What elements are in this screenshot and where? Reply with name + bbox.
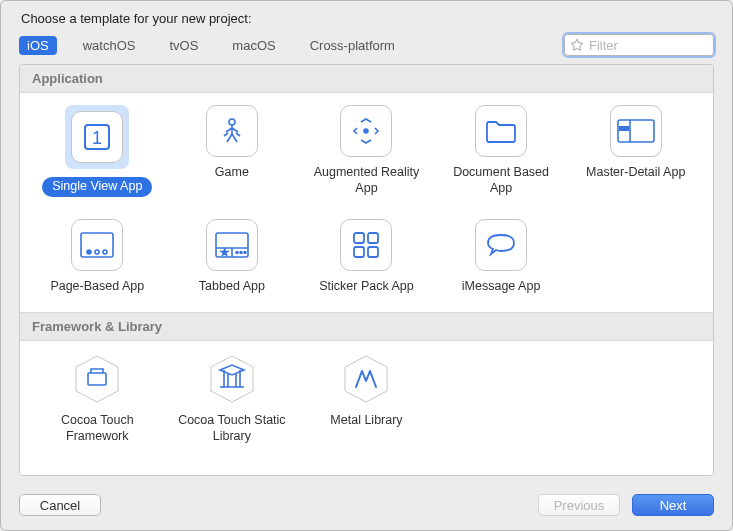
template-grid-framework: Cocoa Touch Framework Cocoa Touch Static… xyxy=(30,353,703,444)
search-field-wrap xyxy=(564,34,714,56)
single-view-icon: 1 xyxy=(71,111,123,163)
tab-ios[interactable]: iOS xyxy=(19,36,57,55)
svg-line-9 xyxy=(236,133,240,136)
tab-macos[interactable]: macOS xyxy=(224,36,283,55)
template-cocoa-touch-static-library[interactable]: Cocoa Touch Static Library xyxy=(165,353,300,444)
svg-rect-25 xyxy=(354,233,364,243)
section-header-framework: Framework & Library xyxy=(20,313,713,340)
template-label: Game xyxy=(215,165,249,181)
next-button[interactable]: Next xyxy=(632,494,714,516)
svg-point-24 xyxy=(244,251,246,253)
tab-watchos[interactable]: watchOS xyxy=(75,36,144,55)
svg-rect-13 xyxy=(619,126,629,131)
template-single-view-app[interactable]: 1 Single View App xyxy=(30,105,165,197)
template-page-based-app[interactable]: Page-Based App xyxy=(30,219,165,295)
template-master-detail-app[interactable]: Master-Detail App xyxy=(568,105,703,197)
svg-point-2 xyxy=(229,119,235,125)
svg-rect-26 xyxy=(368,233,378,243)
template-label: Cocoa Touch Static Library xyxy=(172,413,292,444)
template-label: Page-Based App xyxy=(50,279,144,295)
svg-point-16 xyxy=(95,250,99,254)
sticker-icon xyxy=(340,219,392,271)
section-body-application: 1 Single View App Game Augmented Reali xyxy=(20,92,713,313)
template-list: Application 1 Single View App Game xyxy=(19,64,714,476)
ar-icon xyxy=(340,105,392,157)
svg-point-17 xyxy=(103,250,107,254)
template-imessage-app[interactable]: iMessage App xyxy=(434,219,569,295)
svg-point-15 xyxy=(87,250,91,254)
svg-point-22 xyxy=(236,251,238,253)
dialog-footer: Cancel Previous Next xyxy=(1,486,732,530)
template-label: Augmented Reality App xyxy=(306,165,426,196)
page-based-icon xyxy=(71,219,123,271)
framework-icon xyxy=(71,353,123,405)
svg-line-8 xyxy=(224,133,228,136)
svg-line-4 xyxy=(226,128,232,132)
svg-rect-28 xyxy=(368,247,378,257)
dialog-title: Choose a template for your new project: xyxy=(21,11,714,26)
template-grid-application: 1 Single View App Game Augmented Reali xyxy=(30,105,703,294)
static-library-icon xyxy=(206,353,258,405)
svg-text:1: 1 xyxy=(92,128,102,148)
template-metal-library[interactable]: Metal Library xyxy=(299,353,434,444)
toolbar: iOS watchOS tvOS macOS Cross-platform xyxy=(1,34,732,64)
master-detail-icon xyxy=(610,105,662,157)
filter-input[interactable] xyxy=(564,34,714,56)
game-icon xyxy=(206,105,258,157)
section-body-framework: Cocoa Touch Framework Cocoa Touch Static… xyxy=(20,340,713,475)
tab-cross-platform[interactable]: Cross-platform xyxy=(302,36,403,55)
svg-point-23 xyxy=(240,251,242,253)
svg-line-5 xyxy=(232,128,238,132)
template-label: Document Based App xyxy=(441,165,561,196)
template-label: Master-Detail App xyxy=(586,165,685,181)
svg-line-6 xyxy=(227,134,232,142)
tabbed-icon: ★ xyxy=(206,219,258,271)
template-game[interactable]: Game xyxy=(165,105,300,197)
metal-icon xyxy=(340,353,392,405)
svg-line-7 xyxy=(232,134,237,142)
template-label: Tabbed App xyxy=(199,279,265,295)
dialog-header: Choose a template for your new project: xyxy=(1,1,732,34)
previous-button: Previous xyxy=(538,494,620,516)
cancel-button[interactable]: Cancel xyxy=(19,494,101,516)
template-sticker-pack-app[interactable]: Sticker Pack App xyxy=(299,219,434,295)
tab-tvos[interactable]: tvOS xyxy=(161,36,206,55)
section-header-application: Application xyxy=(20,65,713,92)
template-label: Sticker Pack App xyxy=(319,279,414,295)
filter-icon xyxy=(570,38,584,52)
template-label: Single View App xyxy=(42,177,152,197)
svg-rect-27 xyxy=(354,247,364,257)
imessage-icon xyxy=(475,219,527,271)
svg-point-10 xyxy=(364,129,368,133)
template-label: Cocoa Touch Framework xyxy=(37,413,157,444)
template-ar-app[interactable]: Augmented Reality App xyxy=(299,105,434,197)
template-chooser-dialog: Choose a template for your new project: … xyxy=(0,0,733,531)
platform-tabs: iOS watchOS tvOS macOS Cross-platform xyxy=(19,36,403,55)
template-tabbed-app[interactable]: ★ Tabbed App xyxy=(165,219,300,295)
svg-marker-31 xyxy=(211,356,253,402)
template-cocoa-touch-framework[interactable]: Cocoa Touch Framework xyxy=(30,353,165,444)
svg-marker-29 xyxy=(76,356,118,402)
document-icon xyxy=(475,105,527,157)
svg-text:★: ★ xyxy=(220,248,227,257)
template-label: Metal Library xyxy=(330,413,402,429)
template-label: iMessage App xyxy=(462,279,541,295)
template-document-app[interactable]: Document Based App xyxy=(434,105,569,197)
